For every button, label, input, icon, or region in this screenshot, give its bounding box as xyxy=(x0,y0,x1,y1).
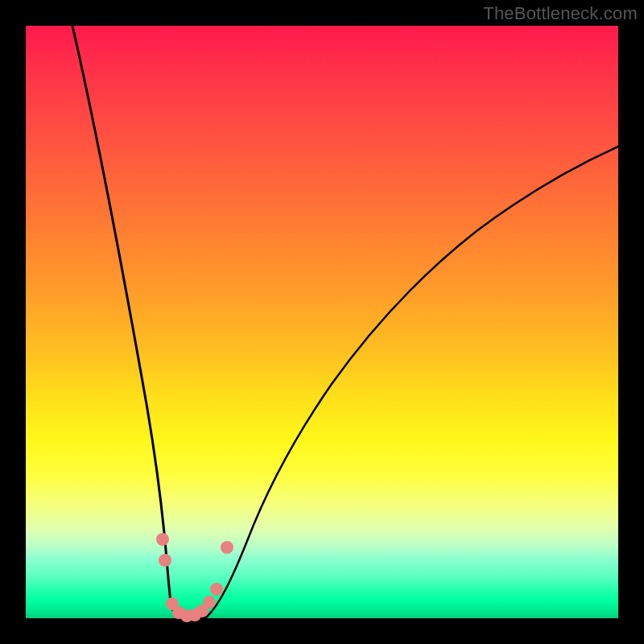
plot-area xyxy=(26,26,618,618)
marker-dot xyxy=(221,541,233,554)
curve-left-branch xyxy=(72,26,183,617)
marker-dot xyxy=(210,583,223,596)
marker-dot xyxy=(159,554,171,567)
curve-layer xyxy=(26,26,618,618)
watermark-text: TheBottleneck.com xyxy=(483,3,638,24)
chart-frame: TheBottleneck.com xyxy=(0,0,644,644)
marker-dot xyxy=(203,596,216,609)
marker-dot xyxy=(156,533,169,546)
curve-right-branch xyxy=(207,147,618,617)
